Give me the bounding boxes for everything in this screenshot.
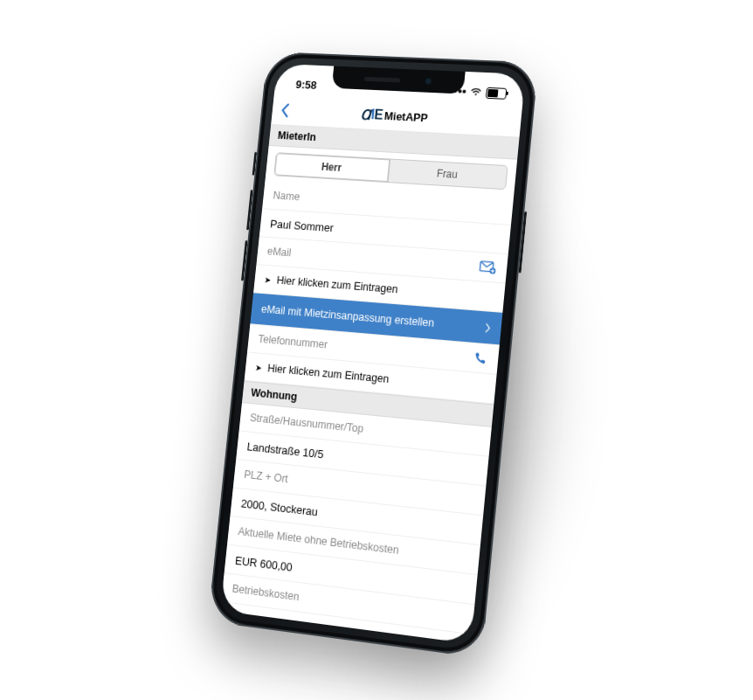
chevron-right-icon [485,322,491,333]
pointer-icon: ➤ [255,363,262,372]
phone-icon[interactable] [473,350,488,367]
chevron-left-icon [280,102,290,118]
segment-herr[interactable]: Herr [274,153,390,182]
operating-costs-field[interactable]: EUR 110,00 [220,602,472,644]
back-button[interactable] [280,102,290,118]
status-time: 9:58 [291,71,319,91]
add-email-icon[interactable] [479,260,497,275]
create-email-label: eMail mit Mietzinsanpassung erstellen [260,303,434,329]
svg-rect-0 [480,260,494,271]
phone-hint-label: Hier klicken zum Eintragen [267,362,390,385]
app-logo-icon: ⱭIE [360,106,383,123]
phone-mockup: 9:58 [208,52,539,658]
name-value: Paul Sommer [270,217,335,234]
operating-costs-value: EUR 110,00 [229,611,287,632]
plz-value: 2000, Stockerau [240,496,318,518]
wifi-icon [470,87,482,97]
email-hint-label: Hier klicken zum Eintragen [276,274,398,295]
form-content: MieterIn Herr Frau Name Paul Sommer eMai… [220,124,520,644]
pointer-icon: ➤ [264,275,271,285]
app-title: ⱭIE MietAPP [360,106,428,125]
operating-costs-label: Betriebskosten [221,573,474,634]
app-name-label: MietAPP [383,109,428,124]
battery-icon [486,87,508,99]
svg-point-1 [489,267,496,274]
street-value: Landstraße 10/5 [246,440,324,461]
segment-frau[interactable]: Frau [388,160,507,190]
current-rent-value: EUR 600,00 [235,553,294,573]
